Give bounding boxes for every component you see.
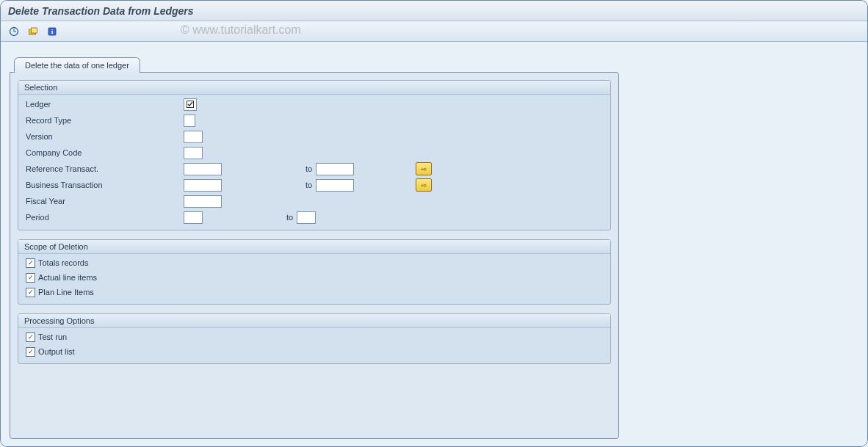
label-business-transaction-to: to: [225, 181, 313, 189]
tab-delete-ledger[interactable]: Delete the data of one ledger: [14, 57, 140, 73]
label-output-list: Output list: [38, 347, 75, 356]
input-version[interactable]: [184, 131, 203, 143]
clock-execute-icon: [9, 26, 19, 37]
info-button[interactable]: i: [45, 24, 59, 39]
title-bar: Delete Transaction Data from Ledgers: [1, 1, 867, 21]
input-reference-transact-from[interactable]: [184, 163, 222, 175]
label-company-code: Company Code: [23, 148, 181, 157]
label-test-run: Test run: [38, 332, 67, 341]
input-record-type[interactable]: [184, 115, 195, 127]
group-selection-header: Selection: [18, 81, 610, 95]
group-scope: Scope of Deletion ✓ Totals records ✓ Act…: [18, 239, 611, 305]
page-title: Delete Transaction Data from Ledgers: [8, 5, 194, 17]
label-fiscal-year: Fiscal Year: [23, 197, 181, 206]
svg-rect-4: [32, 28, 37, 33]
row-period: Period to: [23, 209, 606, 225]
group-scope-header: Scope of Deletion: [18, 240, 610, 254]
row-record-type: Record Type: [23, 112, 606, 128]
checkbox-actual-line-items[interactable]: ✓: [26, 273, 35, 283]
folder-variant-icon: [28, 26, 38, 37]
input-company-code[interactable]: [184, 147, 203, 159]
label-reference-transact: Reference Transact.: [23, 164, 181, 173]
row-business-transaction: Business Transaction to ⇨: [23, 177, 606, 193]
row-totals-records: ✓ Totals records: [23, 255, 606, 270]
content-area: Delete the data of one ledger Selection …: [1, 42, 867, 446]
tab-strip: Delete the data of one ledger: [14, 57, 867, 72]
multiselect-business-transaction[interactable]: ⇨: [416, 178, 432, 192]
input-fiscal-year[interactable]: [184, 195, 222, 208]
checkbox-output-list[interactable]: ✓: [26, 347, 35, 357]
group-processing-body: ✓ Test run ✓ Output list: [18, 328, 610, 363]
group-processing-header: Processing Options: [18, 314, 610, 328]
info-icon: i: [47, 26, 57, 37]
label-ledger: Ledger: [23, 100, 181, 109]
label-totals-records: Totals records: [38, 258, 88, 267]
arrow-right-icon: ⇨: [421, 181, 427, 189]
row-plan-line-items: ✓ Plan Line Items: [23, 285, 606, 299]
get-variant-button[interactable]: [26, 24, 40, 39]
label-period: Period: [23, 213, 181, 222]
execute-button[interactable]: [7, 24, 21, 39]
input-period-from[interactable]: [184, 211, 203, 224]
toolbar: i © www.tutorialkart.com: [1, 21, 867, 42]
input-business-transaction-to[interactable]: [316, 179, 354, 192]
label-plan-line-items: Plan Line Items: [38, 288, 94, 297]
label-actual-line-items: Actual line items: [38, 273, 97, 282]
checkbox-plan-line-items[interactable]: ✓: [26, 288, 35, 297]
input-period-to[interactable]: [297, 211, 316, 224]
checkbox-mark-icon: [186, 100, 195, 109]
checkbox-test-run[interactable]: ✓: [26, 332, 35, 342]
label-version: Version: [23, 132, 181, 141]
row-reference-transact: Reference Transact. to ⇨: [23, 161, 606, 177]
input-reference-transact-to[interactable]: [316, 163, 354, 175]
app-window: Delete Transaction Data from Ledgers i ©…: [0, 0, 868, 447]
group-scope-body: ✓ Totals records ✓ Actual line items ✓ P…: [18, 254, 610, 304]
main-panel: Selection Ledger Record Type: [10, 72, 619, 439]
ledger-required-icon[interactable]: [184, 98, 197, 111]
row-test-run: ✓ Test run: [23, 330, 606, 344]
label-business-transaction: Business Transaction: [23, 181, 181, 189]
group-processing: Processing Options ✓ Test run ✓ Output l…: [18, 313, 611, 364]
row-version: Version: [23, 128, 606, 145]
row-actual-line-items: ✓ Actual line items: [23, 270, 606, 285]
checkbox-totals-records[interactable]: ✓: [26, 258, 35, 268]
input-business-transaction-from[interactable]: [184, 179, 222, 192]
row-ledger: Ledger: [23, 96, 606, 112]
watermark-text: © www.tutorialkart.com: [181, 23, 301, 37]
multiselect-reference-transact[interactable]: ⇨: [416, 162, 432, 175]
label-record-type: Record Type: [23, 116, 181, 125]
group-selection-body: Ledger Record Type Version: [18, 95, 610, 230]
label-reference-transact-to: to: [225, 164, 313, 173]
row-fiscal-year: Fiscal Year: [23, 193, 606, 209]
label-period-to: to: [206, 213, 294, 222]
row-company-code: Company Code: [23, 145, 606, 161]
arrow-right-icon: ⇨: [421, 165, 427, 173]
row-output-list: ✓ Output list: [23, 344, 606, 359]
group-selection: Selection Ledger Record Type: [18, 80, 611, 230]
